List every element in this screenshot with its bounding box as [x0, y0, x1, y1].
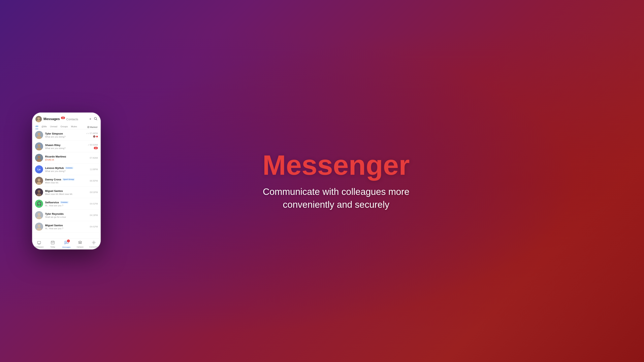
unread-dot [96, 136, 98, 137]
messages-badge: 12 [61, 117, 65, 119]
avatar-danny-cross [35, 177, 43, 185]
tab-me[interactable]: @Me [42, 125, 47, 129]
app-header: Messages 12 Contacts + [32, 113, 100, 124]
chat-name-row: Tyler Simpson [45, 132, 84, 135]
svg-point-24 [38, 213, 40, 216]
hero-subtitle-line1: Communicate with colleagues more [263, 186, 410, 197]
chat-info-tyler-reynolds: Tyler Reynolds Shall we go for a tour [45, 212, 88, 218]
nav-today-label: Today [50, 246, 55, 248]
filter-tabs: All @Me Unread Groups Mutes Marked [32, 124, 100, 129]
chat-meta-shawn-riley: ✓ 06:50AM 12 [88, 144, 98, 149]
tab-groups[interactable]: Groups [60, 125, 68, 129]
svg-rect-29 [38, 241, 41, 244]
svg-point-7 [38, 133, 40, 136]
messages-title: Messages [44, 117, 60, 121]
chat-name-row: Shawn Riley [45, 144, 86, 147]
hero-subtitle-line2: conveniently and securely [283, 199, 389, 210]
svg-line-4 [96, 119, 97, 120]
today-icon [51, 241, 55, 246]
chat-item-shawn-riley[interactable]: Shawn Riley What are you doing? ✓ 06:50A… [32, 141, 100, 152]
nav-connection-label: Connection [89, 246, 98, 248]
svg-text:🎧: 🎧 [37, 201, 42, 206]
add-icon[interactable]: + [89, 117, 91, 121]
nav-connection[interactable]: Connection [88, 241, 100, 248]
hero-title: Messenger [262, 151, 410, 179]
connection-icon [92, 241, 96, 246]
svg-point-19 [38, 190, 40, 193]
chat-info-shawn-riley: Shawn Riley What are you doing? [45, 144, 86, 149]
nav-campus[interactable]: Campus [75, 241, 86, 248]
svg-rect-35 [81, 242, 81, 244]
bottom-nav: Workspace Today [32, 239, 100, 249]
svg-point-16 [38, 179, 40, 181]
svg-point-37 [92, 241, 95, 244]
tab-mutes[interactable]: Mutes [71, 125, 77, 129]
nav-workspace-label: Workspace [34, 246, 44, 248]
messages-icon: 3 [64, 240, 69, 246]
header-left: Messages 12 Contacts [36, 116, 78, 122]
chat-info-miguel-santos-2: Miguel Santos Hi.. How are you ? [45, 224, 88, 230]
tab-all[interactable]: All [36, 125, 38, 129]
search-icon[interactable] [94, 117, 98, 121]
svg-point-10 [38, 144, 40, 147]
nav-today[interactable]: Today [47, 241, 58, 248]
user-avatar[interactable] [36, 116, 42, 122]
nav-messages[interactable]: 3 Messages [61, 240, 72, 248]
contacts-label[interactable]: Contacts [66, 117, 78, 121]
chat-name-row: Miguel Santos [45, 224, 88, 227]
chat-item-miguel-santos-2[interactable]: Miguel Santos Hi.. How are you ? 04:41PM [32, 221, 100, 233]
chat-meta-tyler-reynolds: 04:19PM [90, 214, 98, 216]
header-actions: + [89, 117, 98, 121]
campus-icon [78, 241, 82, 246]
hero-subtitle: Communicate with colleagues more conveni… [263, 185, 410, 211]
svg-point-27 [38, 224, 40, 227]
avatar-shawn-riley [35, 142, 43, 150]
avatar-ricardo-martinez [35, 154, 43, 162]
svg-rect-34 [80, 242, 80, 244]
svg-rect-30 [51, 241, 54, 244]
svg-rect-31 [52, 243, 52, 243]
chat-info-tyler-simpson: Tyler Simpson What are you doing? [45, 132, 84, 138]
nav-messages-label: Messages [62, 246, 70, 248]
svg-point-3 [94, 117, 96, 119]
nav-workspace[interactable]: Workspace [34, 241, 45, 248]
svg-rect-33 [79, 242, 79, 244]
svg-point-1 [38, 117, 40, 120]
chat-meta-tyler-simpson: ✓✓ 07:48PM 🔇 [86, 132, 98, 138]
chat-item-tyler-reynolds[interactable]: Tyler Reynolds Shall we go for a tour 04… [32, 210, 100, 221]
avatar-miguel-santos-1 [35, 188, 43, 196]
avatar-tyler-reynolds [35, 211, 43, 219]
workspace-icon [37, 241, 41, 246]
svg-point-36 [93, 242, 94, 243]
tab-unread[interactable]: Unread [50, 125, 57, 129]
svg-point-13 [38, 156, 40, 158]
nav-campus-label: Campus [77, 246, 84, 248]
header-top: Messages 12 Contacts + [36, 116, 98, 122]
chat-meta-miguel-santos-2: 04:41PM [90, 226, 98, 228]
svg-rect-32 [53, 243, 53, 243]
avatar-selfservice: 🎧 [35, 200, 43, 208]
tab-marked[interactable]: Marked [87, 126, 98, 128]
avatar-miguel-santos-2 [35, 223, 43, 231]
header-tabs-row: Messages 12 Contacts [44, 117, 78, 121]
avatar-lenovo-myhub: Le [35, 165, 43, 173]
right-content: Messenger Communicate with colleagues mo… [68, 151, 644, 211]
chat-name-row: Tyler Reynolds [45, 212, 88, 215]
avatar-tyler-simpson [35, 131, 43, 139]
messages-nav-badge: 3 [67, 240, 70, 242]
unread-badge-12: 12 [94, 147, 98, 149]
chat-item-tyler-simpson[interactable]: Tyler Simpson What are you doing? ✓✓ 07:… [32, 129, 100, 141]
